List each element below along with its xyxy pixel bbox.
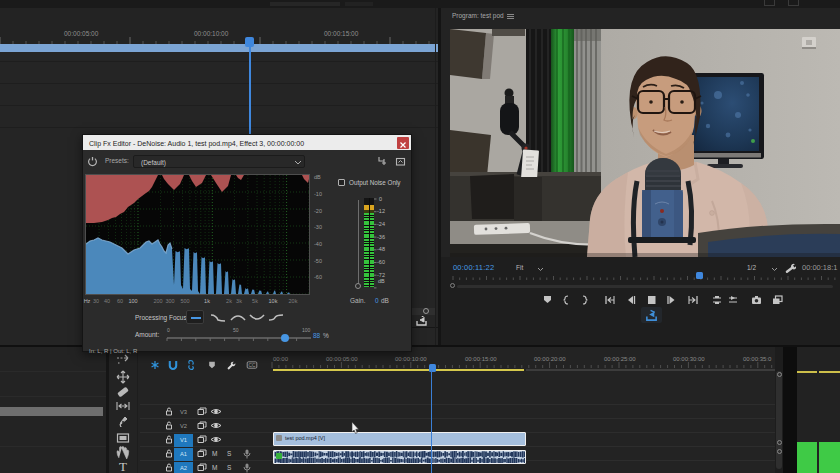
svg-text:T: T [119,459,127,473]
svg-text:CC: CC [249,363,256,368]
